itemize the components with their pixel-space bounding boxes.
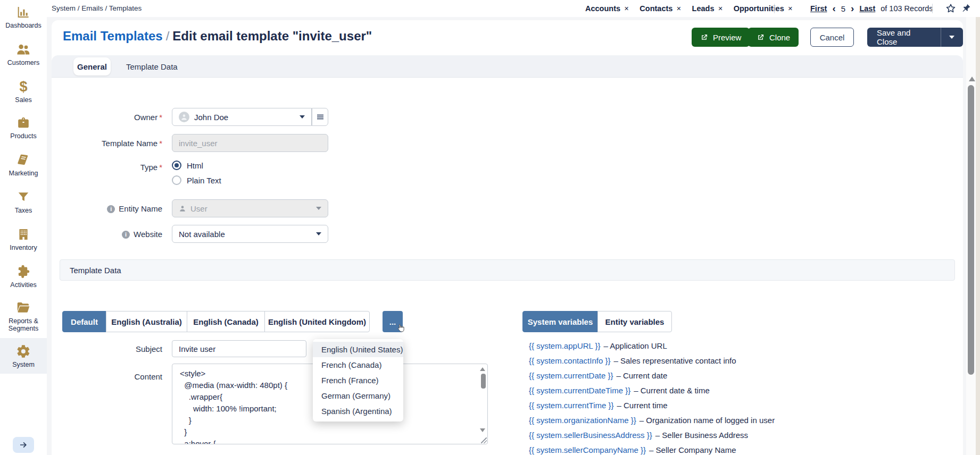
section-title: Template Data xyxy=(70,266,121,275)
radio-unselected-icon[interactable] xyxy=(172,175,181,185)
title-separator: / xyxy=(163,29,173,43)
language-tab-default[interactable]: Default xyxy=(62,311,106,332)
sidebar-item-label: Inventory xyxy=(2,244,45,251)
record-pagination: First ‹ 5 › Last of 103 Records xyxy=(810,0,933,17)
gear-icon xyxy=(16,343,31,359)
chevron-left-icon[interactable]: ‹ xyxy=(832,3,835,13)
tab-general-label: General xyxy=(77,62,107,71)
sidebar-item-products[interactable]: Products xyxy=(0,115,47,140)
content-code: <style> @media (max-width: 480pt) { .wra… xyxy=(180,368,287,444)
variable-desc: – Current time xyxy=(617,401,668,410)
scroll-up-icon[interactable] xyxy=(969,77,975,81)
pagination-summary: of 103 Records xyxy=(881,4,933,13)
menu-item-english-united-states[interactable]: English (United States) xyxy=(313,342,403,357)
language-tab-english-canada[interactable]: English (Canada) xyxy=(187,311,265,332)
tab-general[interactable]: General xyxy=(73,57,111,75)
language-tab-english-australia[interactable]: English (Australia) xyxy=(106,311,187,332)
close-icon[interactable]: ✕ xyxy=(624,5,629,12)
pagination-last-link[interactable]: Last xyxy=(859,4,875,13)
tab-system-variables[interactable]: System variables xyxy=(522,311,598,332)
required-marker: * xyxy=(159,113,162,122)
save-dropdown-button[interactable] xyxy=(941,28,963,47)
template-name-label: Template Name* xyxy=(61,139,162,148)
variable-code: {{ system.organizationName }} xyxy=(529,416,636,425)
subject-label: Subject xyxy=(61,344,162,353)
resize-handle[interactable] xyxy=(481,437,487,443)
sidebar-item-marketing[interactable]: Marketing xyxy=(0,152,47,177)
book-icon xyxy=(16,152,31,168)
menu-item-french-canada[interactable]: French (Canada) xyxy=(313,357,403,373)
preview-button[interactable]: Preview xyxy=(692,28,750,47)
tab-template-data[interactable]: Template Data xyxy=(119,55,185,78)
scroll-down-icon[interactable] xyxy=(480,428,485,432)
tab-entity-variables[interactable]: Entity variables xyxy=(597,311,672,332)
quick-tab-label: Contacts xyxy=(640,4,672,13)
scroll-up-icon[interactable] xyxy=(480,367,485,371)
info-icon: i xyxy=(107,205,115,213)
quick-tab-contacts[interactable]: Contacts ✕ xyxy=(640,4,681,13)
sidebar-item-activities[interactable]: Activities xyxy=(0,264,47,289)
dollar-icon: $ xyxy=(19,79,27,95)
bar-chart-icon xyxy=(16,4,31,20)
owner-list-button[interactable] xyxy=(312,108,328,126)
save-and-close-button[interactable]: Save and Close xyxy=(867,28,941,47)
cancel-button[interactable]: Cancel xyxy=(810,28,854,47)
textarea-scrollbar-thumb[interactable] xyxy=(481,374,486,389)
language-tab-english-united-kingdom[interactable]: English (United Kingdom) xyxy=(264,311,370,332)
chevron-right-icon[interactable]: › xyxy=(851,3,854,13)
clone-button-label: Clone xyxy=(769,33,790,42)
subject-input[interactable] xyxy=(172,340,306,357)
topbar-divider xyxy=(932,4,933,13)
owner-select[interactable]: John Doe xyxy=(172,108,312,126)
type-plain-label: Plain Text xyxy=(187,176,221,185)
folder-icon xyxy=(15,300,31,316)
menu-item-spanish-argentina[interactable]: Spanish (Argentina) xyxy=(313,403,403,419)
sidebar-item-system[interactable]: System xyxy=(0,338,47,374)
close-icon[interactable]: ✕ xyxy=(788,5,793,12)
close-icon[interactable]: ✕ xyxy=(718,5,722,12)
quick-tab-leads[interactable]: Leads ✕ xyxy=(692,4,723,13)
breadcrumb: System / Emails / Templates xyxy=(52,4,142,12)
variable-desc: – Application URL xyxy=(604,341,667,350)
sidebar-item-customers[interactable]: Customers xyxy=(0,41,47,66)
variable-item: {{ system.organizationName }} – Organiza… xyxy=(529,412,775,427)
pagination-first-link[interactable]: First xyxy=(810,4,827,13)
sidebar-item-inventory[interactable]: Inventory xyxy=(0,226,47,251)
variable-item: {{ system.contactInfo }} – Sales represe… xyxy=(529,353,775,368)
sidebar-item-reports-segments[interactable]: Reports & Segments xyxy=(0,300,47,332)
quick-tab-opportunities[interactable]: Opportunities ✕ xyxy=(734,4,793,13)
email-templates-link[interactable]: Email Templates xyxy=(63,29,163,43)
variable-code: {{ system.currentTime }} xyxy=(529,401,614,410)
type-html-label: Html xyxy=(187,161,203,170)
star-icon[interactable] xyxy=(945,3,957,14)
sidebar-item-label: System xyxy=(2,361,45,368)
sidebar-item-sales[interactable]: $ Sales xyxy=(0,79,47,104)
variable-desc: – Organization name of logged in user xyxy=(640,416,775,425)
sidebar-item-label: Marketing xyxy=(2,170,45,177)
briefcase-icon xyxy=(16,115,31,131)
menu-item-german-germany[interactable]: German (Germany) xyxy=(313,388,403,403)
record-tab-bar: General Template Data xyxy=(52,55,963,78)
funnel-icon xyxy=(16,189,30,205)
sidebar-expand-button[interactable] xyxy=(13,437,34,453)
type-radio-html[interactable]: Html xyxy=(172,161,203,170)
quick-tab-accounts[interactable]: Accounts ✕ xyxy=(585,4,629,13)
chevron-down-icon xyxy=(300,115,305,119)
sidebar-item-dashboards[interactable]: Dashboards xyxy=(0,4,47,29)
variable-desc: – Sales representative contact info xyxy=(613,356,736,365)
radio-selected-icon[interactable] xyxy=(172,161,181,170)
owner-label: Owner* xyxy=(61,113,162,122)
quick-tab-label: Leads xyxy=(692,4,715,13)
pagination-current: 5 xyxy=(841,4,845,13)
variable-desc: – Current date & time xyxy=(634,386,710,395)
page-scrollbar-thumb[interactable] xyxy=(968,85,974,375)
close-icon[interactable]: ✕ xyxy=(676,5,681,12)
sidebar-item-taxes[interactable]: Taxes xyxy=(0,189,47,214)
quick-tab-label: Accounts xyxy=(585,4,620,13)
pin-icon[interactable] xyxy=(961,3,971,13)
menu-item-french-france[interactable]: French (France) xyxy=(313,373,403,388)
sidebar-item-label: Products xyxy=(2,132,45,140)
type-radio-plain-text[interactable]: Plain Text xyxy=(172,175,221,185)
website-select[interactable]: Not available xyxy=(172,225,328,243)
clone-button[interactable]: Clone xyxy=(748,28,799,47)
